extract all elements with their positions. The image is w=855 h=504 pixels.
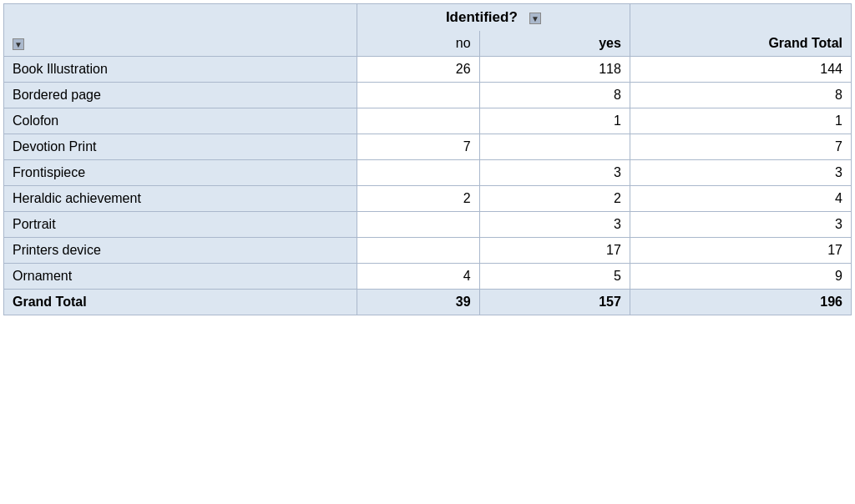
- header-no: no: [357, 31, 480, 57]
- row-grand-total: 3: [630, 212, 851, 238]
- table-row: Frontispiece33: [4, 160, 852, 186]
- row-label-dropdown-icon[interactable]: ▼: [13, 38, 24, 50]
- grand-total-header-top: [630, 4, 851, 32]
- row-label: Devotion Print: [4, 134, 357, 160]
- table-row: Colofon11: [4, 108, 852, 134]
- row-yes: 118: [479, 57, 630, 83]
- row-grand-total: 3: [630, 160, 851, 186]
- table-body: Book Illustration26118144Bordered page88…: [4, 57, 852, 315]
- table-row: Ornament459: [4, 264, 852, 290]
- grand-total-label: Grand Total: [4, 290, 357, 315]
- table-row: Book Illustration26118144: [4, 57, 852, 83]
- row-no: 7: [357, 134, 480, 160]
- row-label: Frontispiece: [4, 160, 357, 186]
- row-no: 2: [357, 186, 480, 212]
- row-label: Colofon: [4, 108, 357, 134]
- table-row: Devotion Print77: [4, 134, 852, 160]
- row-grand-total: 9: [630, 264, 851, 290]
- pivot-table: Identified? ▼ ▼ no yes Grand Total Book …: [3, 3, 852, 315]
- row-no: [357, 212, 480, 238]
- row-label: Portrait: [4, 212, 357, 238]
- row-no: 26: [357, 57, 480, 83]
- grand-total-grand: 196: [630, 290, 851, 315]
- row-yes: 17: [479, 238, 630, 264]
- row-label: Printers device: [4, 238, 357, 264]
- row-label: Bordered page: [4, 83, 357, 108]
- header-grand-total: Grand Total: [630, 31, 851, 57]
- row-yes: [479, 134, 630, 160]
- row-grand-total: 1: [630, 108, 851, 134]
- row-yes: 2: [479, 186, 630, 212]
- row-label: Book Illustration: [4, 57, 357, 83]
- row-yes: 1: [479, 108, 630, 134]
- table-row: Bordered page88: [4, 83, 852, 108]
- grand-total-row: Grand Total39157196: [4, 290, 852, 315]
- row-yes: 3: [479, 160, 630, 186]
- row-grand-total: 17: [630, 238, 851, 264]
- row-grand-total: 7: [630, 134, 851, 160]
- table-row: Heraldic achievement224: [4, 186, 852, 212]
- row-no: [357, 160, 480, 186]
- grand-total-no: 39: [357, 290, 480, 315]
- header-label-cell: ▼: [4, 31, 357, 57]
- table-row: Portrait33: [4, 212, 852, 238]
- header-yes: yes: [479, 31, 630, 57]
- row-yes: 3: [479, 212, 630, 238]
- header-empty-cell: [4, 4, 357, 32]
- row-label: Ornament: [4, 264, 357, 290]
- row-no: [357, 83, 480, 108]
- grand-total-yes: 157: [479, 290, 630, 315]
- table-row: Printers device1717: [4, 238, 852, 264]
- identified-header: Identified? ▼: [357, 4, 630, 32]
- row-yes: 8: [479, 83, 630, 108]
- identified-label: Identified?: [446, 9, 518, 25]
- row-no: [357, 108, 480, 134]
- row-no: [357, 238, 480, 264]
- row-no: 4: [357, 264, 480, 290]
- row-yes: 5: [479, 264, 630, 290]
- row-label: Heraldic achievement: [4, 186, 357, 212]
- row-grand-total: 144: [630, 57, 851, 83]
- identified-filter-icon[interactable]: ▼: [529, 13, 541, 24]
- row-grand-total: 4: [630, 186, 851, 212]
- header-row-identified: Identified? ▼: [4, 4, 852, 32]
- row-grand-total: 8: [630, 83, 851, 108]
- header-row-sub: ▼ no yes Grand Total: [4, 31, 852, 57]
- pivot-table-wrapper: Identified? ▼ ▼ no yes Grand Total Book …: [0, 0, 855, 319]
